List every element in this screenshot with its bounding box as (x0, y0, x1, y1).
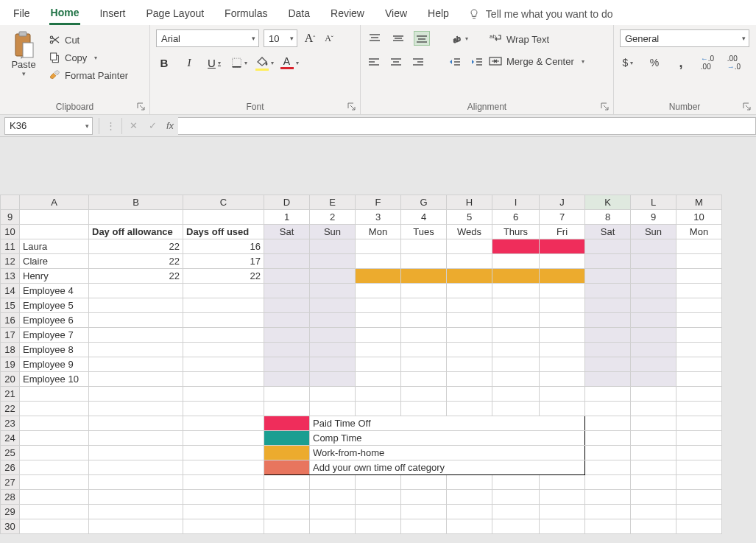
alignment-dialog-launcher-icon[interactable] (600, 102, 610, 112)
cell[interactable] (540, 254, 585, 269)
cell[interactable] (585, 239, 631, 254)
menu-help[interactable]: Help (426, 4, 451, 24)
cell[interactable] (492, 254, 540, 269)
col-header-E[interactable]: E (310, 195, 356, 210)
cell[interactable] (356, 343, 401, 357)
cell[interactable]: Claire (20, 254, 89, 269)
cell[interactable] (264, 357, 310, 372)
cell[interactable] (20, 475, 89, 490)
cell[interactable]: 10 (676, 210, 722, 225)
cell[interactable] (676, 505, 722, 519)
cell[interactable] (310, 343, 356, 357)
cell[interactable] (631, 239, 676, 254)
row-header-15[interactable]: 15 (1, 298, 20, 313)
cell[interactable] (540, 298, 585, 313)
row-header-20[interactable]: 20 (1, 372, 20, 387)
cell[interactable] (401, 490, 447, 505)
cell[interactable] (183, 402, 264, 416)
cell[interactable] (89, 505, 183, 519)
col-header-L[interactable]: L (631, 195, 676, 210)
cell[interactable] (401, 505, 447, 519)
cell[interactable] (264, 284, 310, 298)
cell[interactable]: Employee 8 (20, 343, 89, 357)
cell[interactable] (631, 328, 676, 343)
cell[interactable] (631, 372, 676, 387)
menu-review[interactable]: Review (329, 4, 366, 24)
cell[interactable] (676, 269, 722, 284)
decrease-indent-button[interactable] (448, 55, 462, 69)
cell[interactable] (540, 505, 585, 519)
cell[interactable]: Thurs (492, 225, 540, 239)
cell[interactable] (676, 298, 722, 313)
cell[interactable] (89, 387, 183, 402)
row-header-29[interactable]: 29 (1, 505, 20, 519)
cell[interactable]: Fri (540, 225, 585, 239)
fill-color-button[interactable] (256, 55, 272, 71)
col-header-M[interactable]: M (676, 195, 722, 210)
cell[interactable] (676, 313, 722, 328)
cell[interactable]: 22 (89, 269, 183, 284)
cell[interactable]: 8 (585, 210, 631, 225)
cell[interactable] (264, 505, 310, 519)
cell[interactable] (183, 313, 264, 328)
cell[interactable] (676, 284, 722, 298)
cell[interactable] (676, 475, 722, 490)
cell[interactable] (540, 269, 585, 284)
cell[interactable] (89, 402, 183, 416)
cell[interactable] (401, 475, 447, 490)
cell[interactable]: Employee 10 (20, 372, 89, 387)
col-header-C[interactable]: C (183, 195, 264, 210)
cell[interactable] (310, 298, 356, 313)
cell[interactable] (264, 519, 310, 534)
cell[interactable] (631, 298, 676, 313)
cell[interactable] (447, 519, 492, 534)
cell[interactable] (183, 284, 264, 298)
increase-indent-button[interactable] (470, 55, 484, 69)
cell[interactable] (20, 387, 89, 402)
cell[interactable] (540, 328, 585, 343)
cell[interactable] (631, 284, 676, 298)
cell[interactable]: 1 (264, 210, 310, 225)
cell[interactable] (356, 298, 401, 313)
cell[interactable] (447, 505, 492, 519)
cell[interactable] (585, 269, 631, 284)
cell[interactable] (310, 357, 356, 372)
cell[interactable] (540, 475, 585, 490)
cell[interactable]: Employee 9 (20, 357, 89, 372)
cell[interactable] (676, 519, 722, 534)
align-bottom-button[interactable] (414, 31, 430, 46)
cell[interactable] (183, 387, 264, 402)
increase-font-button[interactable]: Aˆ (302, 30, 318, 46)
cell[interactable] (585, 284, 631, 298)
cell[interactable] (540, 284, 585, 298)
cell[interactable] (676, 372, 722, 387)
number-dialog-launcher-icon[interactable] (742, 102, 752, 112)
cell[interactable]: 3 (356, 210, 401, 225)
cell[interactable] (401, 372, 447, 387)
cell[interactable] (264, 269, 310, 284)
cell[interactable] (447, 387, 492, 402)
cell[interactable] (540, 490, 585, 505)
cell[interactable] (631, 343, 676, 357)
cell[interactable] (183, 490, 264, 505)
cell[interactable] (447, 402, 492, 416)
cell-legend-label[interactable]: Paid Time Off (310, 416, 585, 431)
row-header-27[interactable]: 27 (1, 475, 20, 490)
row-header-17[interactable]: 17 (1, 328, 20, 343)
align-left-button[interactable] (367, 55, 381, 69)
cell[interactable]: Sun (631, 225, 676, 239)
row-header-23[interactable]: 23 (1, 416, 20, 431)
col-header-H[interactable]: H (447, 195, 492, 210)
cell[interactable] (631, 416, 676, 431)
cell[interactable] (20, 402, 89, 416)
cell[interactable] (585, 519, 631, 534)
cell[interactable] (401, 357, 447, 372)
col-header-F[interactable]: F (356, 195, 401, 210)
cell[interactable] (356, 475, 401, 490)
cell-legend-color[interactable] (264, 431, 310, 446)
cell[interactable] (264, 298, 310, 313)
font-dialog-launcher-icon[interactable] (347, 102, 357, 112)
cell[interactable] (447, 328, 492, 343)
percent-format-button[interactable]: % (646, 55, 663, 71)
row-header-19[interactable]: 19 (1, 357, 20, 372)
